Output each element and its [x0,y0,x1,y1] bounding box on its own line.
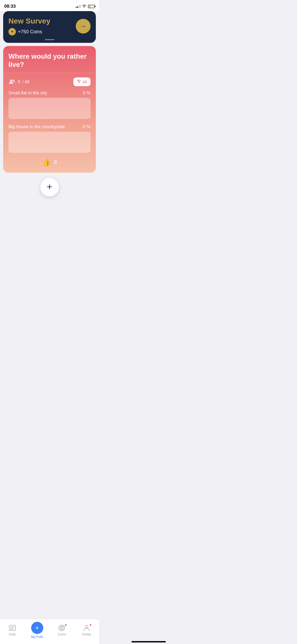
poll-likes: 👍 0 [8,158,91,166]
option-2-percent: 0 % [83,124,91,130]
svg-point-0 [10,80,12,82]
vote-total: / All [22,80,29,84]
filter-icon [77,80,81,84]
coin-icon: ✦ [8,28,16,35]
wifi-icon [82,4,86,8]
battery-icon [88,5,95,8]
status-bar: 08:33 [0,0,99,11]
add-btn-container: + [0,173,99,201]
people-icon [8,79,16,85]
survey-coins: ✦ +750 Coins [8,28,50,35]
arrow-icon: → [80,22,86,30]
poll-card: Where would you rather live? 0 / All [3,46,96,173]
poll-question: Where would you rather live? [3,46,96,73]
survey-banner: New Survey ✦ +750 Coins → [3,11,96,43]
likes-count: 0 [54,159,57,165]
coins-label: +750 Coins [18,29,42,35]
poll-meta: 0 / All All [8,77,91,86]
thumbs-up-icon[interactable]: 👍 [42,158,51,166]
survey-banner-content: New Survey ✦ +750 Coins [8,17,50,35]
option-2-label: Big house in the countryside [8,124,65,130]
poll-option-2[interactable]: Big house in the countryside 0 % [8,124,91,153]
svg-point-1 [12,80,15,82]
filter-button[interactable]: All [73,77,91,86]
poll-option-1[interactable]: Small flat in the city 0 % [8,90,91,119]
filter-label: All [82,80,87,84]
survey-title: New Survey [8,17,50,25]
poll-vote-count: 0 / All [8,79,29,85]
signal-icon [76,5,81,8]
add-poll-button[interactable]: + [40,178,59,196]
status-time: 08:33 [4,4,16,9]
survey-arrow-button[interactable]: → [76,19,91,34]
plus-icon: + [47,182,52,192]
option-1-percent: 0 % [83,90,91,96]
vote-number: 0 [18,80,20,84]
poll-body: 0 / All All Small flat in the city 0 % [3,73,96,173]
option-2-bar [8,132,91,153]
status-icons [76,4,95,8]
option-1-bar [8,98,91,119]
banner-scroll-indicator [45,39,54,40]
option-1-label: Small flat in the city [8,90,47,96]
